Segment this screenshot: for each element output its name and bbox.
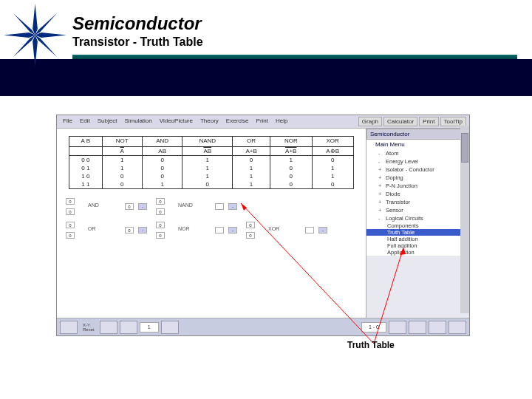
sidebar: Semiconductor Main Menu -Atom -Energy Le… [366, 129, 469, 321]
th-nor: NOR [270, 137, 313, 147]
sidebar-header: Semiconductor [366, 129, 469, 140]
sidebar-item-pnjunction[interactable]: +P-N Junction [366, 182, 469, 190]
gate-xor[interactable]: 00XOR- [246, 220, 327, 241]
expr-and: AB [142, 147, 182, 156]
annotation-caption: Truth Table [347, 340, 395, 350]
th-xor: XOR [312, 137, 353, 147]
status-btn-next[interactable] [120, 321, 137, 334]
sidebar-scrollbar[interactable] [460, 126, 469, 313]
menu-help[interactable]: Help [273, 117, 290, 126]
sidebar-sub-components[interactable]: Components [366, 222, 469, 229]
sidebar-item-doping[interactable]: +Doping [366, 174, 469, 182]
expr-or: A+B [233, 147, 270, 156]
sidebar-item-logical[interactable]: -Logical Circuits [366, 214, 469, 222]
slide-header: Semiconductor Transistor - Truth Table [72, 13, 203, 49]
sidebar-mainmenu[interactable]: Main Menu [366, 140, 469, 149]
menu-print[interactable]: Print [253, 117, 271, 126]
starburst-icon [4, 4, 66, 66]
svg-marker-4 [13, 13, 35, 35]
menu-simulation[interactable]: Simulation [121, 117, 154, 126]
gate-or[interactable]: 00OR0- [66, 220, 147, 241]
expr-nor: A+B [270, 147, 313, 156]
expr-not: A [102, 147, 142, 156]
th-and: AND [142, 137, 182, 147]
menu-file[interactable]: File [60, 117, 75, 126]
table-expr-row: A AB AB A+B A+B A⊕B [69, 147, 354, 156]
th-not: NOT [102, 137, 142, 147]
gate-diagrams: 00AND0- 00NAND- 00OR0- 00NOR- 00XOR- [61, 197, 361, 241]
status-btn-prev[interactable] [100, 321, 117, 334]
status-nav-first[interactable] [389, 321, 406, 334]
sidebar-sub-fulladd[interactable]: Full addition [366, 242, 469, 249]
svg-marker-1 [33, 35, 38, 67]
menu-edit[interactable]: Edit [77, 117, 93, 126]
slide: Semiconductor Transistor - Truth Table F… [0, 0, 532, 399]
status-nav-next[interactable] [429, 321, 446, 334]
status-btn-arrow[interactable] [60, 321, 78, 334]
menu-videopicture[interactable]: VideoPicture [157, 117, 196, 126]
app-window: File Edit Subject Simulation VideoPictur… [56, 115, 470, 336]
scroll-thumb[interactable] [461, 133, 468, 163]
status-xy: X-YReset [80, 323, 98, 332]
sidebar-item-energy[interactable]: -Energy Level [366, 157, 469, 166]
svg-marker-5 [35, 35, 58, 58]
menu-exercise[interactable]: Exercise [223, 117, 252, 126]
menu-subject[interactable]: Subject [95, 117, 120, 126]
svg-marker-3 [35, 33, 67, 38]
sidebar-item-sensor[interactable]: +Sensor [366, 206, 469, 214]
status-input-2[interactable]: 1 - 0 [361, 322, 386, 332]
tool-calculator[interactable]: Calculator [383, 117, 417, 126]
slide-subtitle: Transistor - Truth Table [72, 35, 203, 49]
sidebar-item-diode[interactable]: +Diode [366, 190, 469, 198]
app-body: A B NOT AND NAND OR NOR XOR A AB AB A+B [57, 129, 469, 321]
status-bar: X-YReset 1 1 - 0 [57, 318, 469, 335]
table-row: 0 0101010 [69, 156, 354, 165]
th-ab: A B [69, 137, 102, 147]
menu-theory[interactable]: Theory [197, 117, 222, 126]
sidebar-sub-application[interactable]: Application [366, 249, 469, 256]
table-row: 1 0001101 [69, 172, 354, 180]
status-btn-play[interactable] [161, 321, 179, 334]
table-header-row: A B NOT AND NAND OR NOR XOR [69, 137, 354, 147]
gate-and[interactable]: 00AND0- [66, 197, 147, 217]
table-row: 1 1010100 [69, 180, 354, 189]
divider-bar [72, 55, 517, 59]
slide-title: Semiconductor [72, 13, 203, 34]
th-or: OR [233, 137, 270, 147]
th-nand: NAND [183, 137, 233, 147]
tool-print[interactable]: Print [419, 117, 438, 126]
sidebar-item-atom[interactable]: -Atom [366, 149, 469, 157]
svg-marker-7 [13, 35, 35, 58]
svg-marker-0 [33, 4, 38, 35]
main-panel: A B NOT AND NAND OR NOR XOR A AB AB A+B [57, 129, 366, 321]
sidebar-item-isolator[interactable]: +Isolator - Conductor [366, 166, 469, 174]
truth-table: A B NOT AND NAND OR NOR XOR A AB AB A+B [69, 136, 354, 189]
status-nav-prev[interactable] [409, 321, 426, 334]
status-nav-last[interactable] [449, 321, 466, 334]
status-input-1[interactable]: 1 [140, 322, 159, 332]
expr-nand: AB [183, 147, 233, 156]
svg-marker-2 [4, 33, 35, 38]
menubar: File Edit Subject Simulation VideoPictur… [57, 115, 469, 129]
sidebar-item-transistor[interactable]: +Transistor [366, 198, 469, 206]
sidebar-sub-halfadd[interactable]: Half addition [366, 236, 469, 242]
tool-graph[interactable]: Graph [358, 117, 382, 126]
gate-nor[interactable]: 00NOR- [156, 220, 237, 241]
table-row: 0 1101101 [69, 164, 354, 172]
svg-marker-6 [35, 13, 58, 35]
gate-nand[interactable]: 00NAND- [156, 197, 237, 217]
expr-xor: A⊕B [312, 147, 353, 156]
sidebar-sub-truthtable[interactable]: Truth Table [366, 229, 469, 236]
